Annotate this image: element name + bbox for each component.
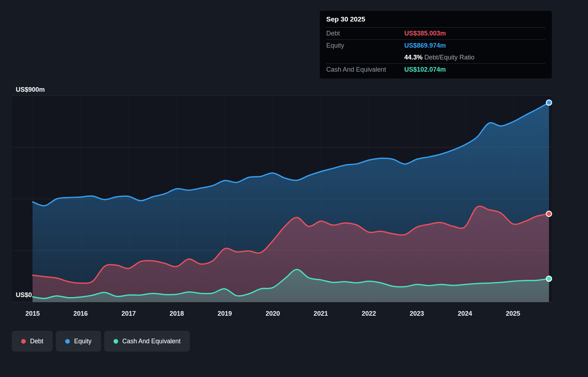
tooltip-debt-value: US$385.003m — [404, 30, 545, 37]
legend-item-equity[interactable]: Equity — [56, 331, 101, 352]
debt-legend-dot-icon — [21, 339, 26, 344]
legend-item-cash[interactable]: Cash And Equivalent — [104, 331, 190, 352]
equity-endpoint-marker — [546, 100, 552, 105]
x-tick-label-2023: 2023 — [410, 310, 424, 317]
x-tick-label-2019: 2019 — [218, 310, 232, 317]
tooltip-row-cash: Cash And Equivalent US$102.074m — [326, 64, 545, 76]
legend-item-debt[interactable]: Debt — [12, 331, 53, 352]
y-axis-max-label: US$900m — [16, 86, 45, 94]
debt-endpoint-marker — [546, 211, 552, 216]
x-tick-label-2022: 2022 — [362, 310, 376, 317]
x-tick-label-2025: 2025 — [506, 310, 520, 317]
tooltip-ratio: 44.3% Debt/Equity Ratio — [404, 54, 545, 61]
tooltip-cash-label: Cash And Equivalent — [326, 66, 404, 73]
legend-equity-label: Equity — [74, 338, 92, 345]
y-axis-min-label: US$0 — [16, 291, 32, 299]
equity-legend-dot-icon — [65, 339, 70, 344]
x-tick-label-2020: 2020 — [266, 310, 280, 317]
tooltip-row-ratio: 44.3% Debt/Equity Ratio — [326, 52, 545, 64]
legend-cash-label: Cash And Equivalent — [122, 338, 180, 345]
tooltip-debt-label: Debt — [326, 30, 404, 37]
tooltip-ratio-value: 44.3% — [404, 54, 423, 61]
debt-equity-history-page: Sep 30 2025 Debt US$385.003m Equity US$8… — [0, 0, 588, 377]
tooltip-date: Sep 30 2025 — [326, 15, 545, 28]
chart-tooltip: Sep 30 2025 Debt US$385.003m Equity US$8… — [320, 11, 552, 78]
x-tick-label-2016: 2016 — [73, 310, 88, 317]
cash-endpoint-marker — [546, 276, 552, 281]
tooltip-row-equity: Equity US$869.974m — [326, 40, 545, 52]
legend-debt-label: Debt — [30, 338, 43, 345]
tooltip-cash-value: US$102.074m — [404, 66, 545, 73]
tooltip-equity-value: US$869.974m — [404, 42, 545, 49]
x-tick-label-2021: 2021 — [314, 310, 328, 317]
tooltip-ratio-label: Debt/Equity Ratio — [424, 54, 474, 61]
x-tick-label-2018: 2018 — [169, 310, 184, 317]
tooltip-equity-label: Equity — [326, 42, 404, 49]
tooltip-row-debt: Debt US$385.003m — [326, 28, 545, 40]
x-tick-label-2017: 2017 — [121, 310, 136, 317]
cash-legend-dot-icon — [114, 339, 118, 344]
x-tick-label-2024: 2024 — [458, 310, 472, 317]
x-tick-label-2015: 2015 — [25, 310, 40, 317]
legend: Debt Equity Cash And Equivalent — [12, 331, 190, 352]
